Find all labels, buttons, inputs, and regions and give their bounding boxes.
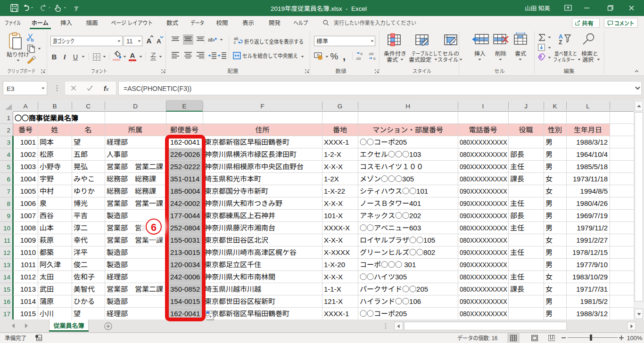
svg-text:0: 0 <box>373 57 376 61</box>
svg-text:Z: Z <box>559 39 562 46</box>
svg-text:.00: .00 <box>368 52 374 56</box>
svg-text:0: 0 <box>361 52 363 56</box>
svg-text:.00: .00 <box>355 57 361 61</box>
svg-text:ab: ab <box>208 37 214 42</box>
